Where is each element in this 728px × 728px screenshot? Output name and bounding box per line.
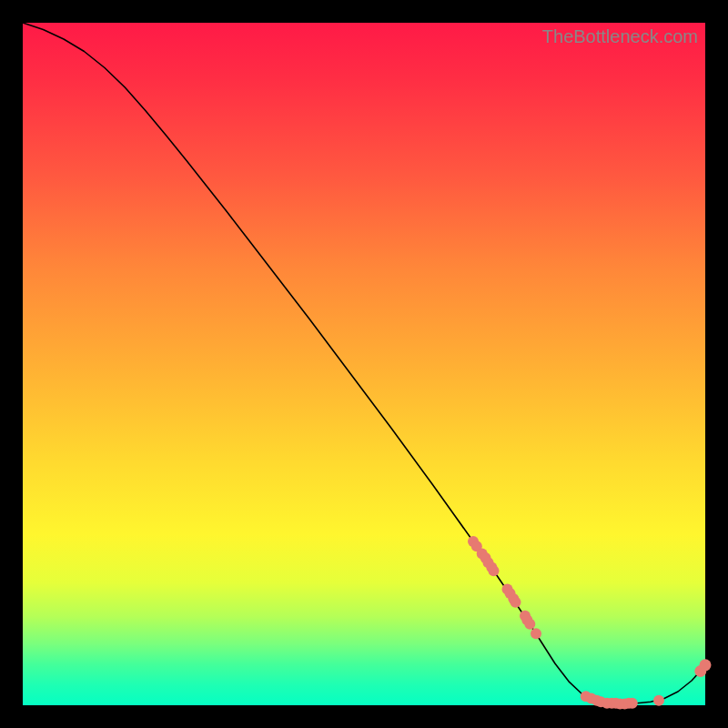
data-point <box>700 659 712 671</box>
bottleneck-curve <box>23 23 705 704</box>
data-point <box>531 628 541 639</box>
scatter-dots <box>468 536 712 710</box>
data-point <box>511 597 521 608</box>
chart-canvas <box>23 23 705 705</box>
data-point <box>489 565 500 576</box>
data-point <box>653 695 664 706</box>
data-point <box>627 698 638 709</box>
data-point <box>524 619 535 630</box>
chart-gradient-area: TheBottleneck.com <box>23 23 705 705</box>
